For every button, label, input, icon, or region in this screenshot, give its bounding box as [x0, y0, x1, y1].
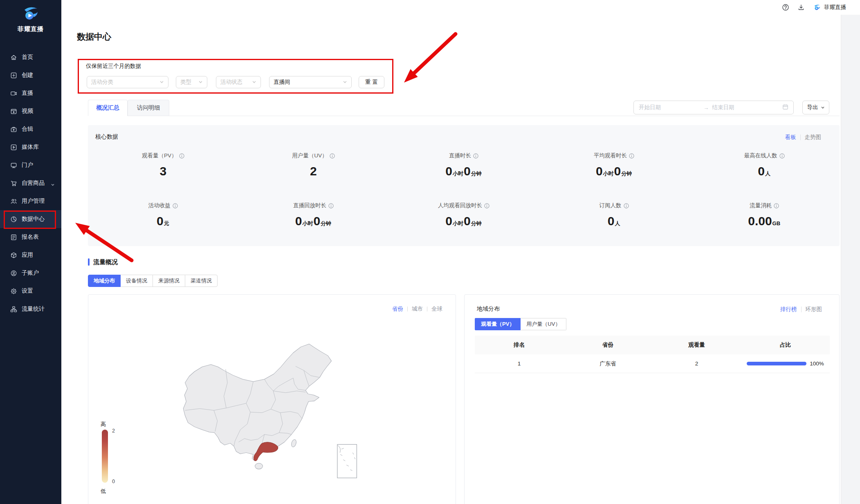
sidebar-item-label: 首页: [22, 54, 33, 61]
select-value: 直播间: [274, 78, 290, 86]
chevron-down-icon: [343, 79, 347, 85]
china-outline: [183, 344, 331, 461]
info-icon[interactable]: [179, 153, 184, 159]
sidebar-item-traffic-stats[interactable]: 流量统计: [0, 300, 61, 318]
tab-source[interactable]: 来源情况: [153, 275, 185, 287]
sidebar-item-apps[interactable]: 应用: [0, 246, 61, 264]
metric-label: 直播回放时长: [293, 202, 326, 209]
sidebar-item-video[interactable]: 视频: [0, 102, 61, 120]
info-icon[interactable]: [330, 153, 335, 159]
divider: [427, 307, 427, 311]
user-management-icon: [10, 198, 17, 205]
tab-region-distribution[interactable]: 地域分布: [88, 275, 121, 287]
sidebar-item-registration-form[interactable]: 报名表: [0, 228, 61, 246]
china-map-card: 省份 城市 全球: [88, 294, 456, 504]
sidebar-item-data-center[interactable]: 数据中心: [0, 210, 61, 228]
col-views: 观看量: [652, 341, 741, 349]
sidebar-item-label: 流量统计: [22, 305, 45, 313]
info-icon[interactable]: [328, 203, 334, 208]
region-distribution-card: 地域分布 排行榜 环形图 观看量（PV） 用户量（UV） 排名 省份 观看量 占…: [464, 294, 840, 504]
traffic-stats-icon: [10, 306, 17, 313]
metric-subscribers: 订阅人数 0人: [539, 202, 689, 228]
metric-traffic-consumption: 流量消耗 0.00GB: [689, 202, 840, 228]
download-icon[interactable]: [797, 4, 805, 11]
video-icon: [10, 108, 17, 115]
sidebar-item-collection[interactable]: 合辑: [0, 120, 61, 138]
shopping-cart-icon: [10, 180, 17, 187]
core-data-title: 核心数据: [95, 133, 118, 141]
type-select[interactable]: 类型: [176, 76, 207, 88]
info-icon[interactable]: [774, 203, 779, 208]
sidebar-item-home[interactable]: 首页: [0, 48, 61, 66]
info-icon[interactable]: [624, 203, 629, 208]
help-icon[interactable]: [782, 4, 789, 11]
tab-device[interactable]: 设备情况: [120, 275, 153, 287]
sidebar-item-create[interactable]: 创建: [0, 66, 61, 84]
select-placeholder: 活动状态: [220, 78, 243, 86]
metric-value: 0元: [88, 214, 238, 228]
sidebar-item-portal[interactable]: 门户: [0, 156, 61, 174]
table-row: 1 广东省 2 100%: [475, 354, 830, 373]
south-china-sea-inset: [337, 444, 357, 478]
col-ratio: 占比: [741, 341, 830, 349]
sidebar-item-live[interactable]: 直播: [0, 84, 61, 102]
tab-visit-detail[interactable]: 访问明细: [128, 100, 169, 116]
metric-label: 平均观看时长: [594, 152, 627, 159]
ratio-value: 100%: [810, 361, 824, 367]
scope-global-link[interactable]: 全球: [431, 305, 442, 313]
app-root: 菲耀直播 首页 创建 直播 视频 合辑: [0, 0, 860, 504]
select-placeholder: 活动分类: [91, 78, 113, 86]
cell-rank: 1: [475, 361, 564, 367]
sidebar-item-label: 直播: [22, 90, 33, 97]
traffic-overview-title: 流量概况: [93, 258, 118, 266]
user-menu[interactable]: 菲耀直播: [813, 4, 846, 11]
metric-replay-duration: 直播回放时长 0小时0分钟: [238, 202, 389, 228]
ratio-progress-bar: [747, 362, 806, 365]
metric-value: 0.00GB: [689, 214, 840, 228]
sidebar-item-media-library[interactable]: 媒体库: [0, 138, 61, 156]
calendar-icon: [782, 104, 788, 111]
china-heatmap[interactable]: [176, 336, 364, 483]
collection-icon: [10, 126, 17, 133]
sidebar-item-settings[interactable]: 设置: [0, 282, 61, 300]
sidebar-item-user-management[interactable]: 用户管理: [0, 192, 61, 210]
info-icon[interactable]: [173, 203, 178, 208]
info-icon[interactable]: [629, 153, 634, 159]
trend-view-link[interactable]: 走势图: [805, 134, 822, 141]
activity-category-select[interactable]: 活动分类: [87, 76, 168, 88]
info-icon[interactable]: [473, 153, 478, 159]
scrollbar-gutter[interactable]: [841, 15, 860, 504]
legend-low-label: 低: [101, 488, 106, 495]
scope-city-link[interactable]: 城市: [412, 305, 423, 313]
end-date-input[interactable]: 结束日期: [712, 104, 779, 111]
data-center-pie-icon: [10, 216, 17, 223]
home-icon: [10, 54, 17, 61]
traffic-tabs: 地域分布 设备情况 来源情况 渠道情况: [88, 275, 218, 287]
activity-status-select[interactable]: 活动状态: [216, 76, 261, 88]
tab-users-uv[interactable]: 用户量（UV）: [521, 318, 566, 330]
info-icon[interactable]: [484, 203, 490, 208]
scope-province-link[interactable]: 省份: [392, 305, 403, 313]
divider: [407, 307, 408, 311]
metric-uv: 用户量（UV） 2: [238, 152, 389, 178]
donut-view-link[interactable]: 环形图: [806, 306, 822, 313]
start-date-input[interactable]: 开始日期: [639, 104, 700, 111]
sidebar-item-label: 设置: [22, 287, 33, 295]
board-view-link[interactable]: 看板: [785, 134, 796, 141]
live-room-select[interactable]: 直播间: [269, 76, 352, 88]
metric-live-duration: 直播时长 0小时0分钟: [388, 152, 539, 178]
tab-channel[interactable]: 渠道情况: [185, 275, 218, 287]
rank-view-link[interactable]: 排行榜: [780, 306, 797, 313]
sidebar-item-label: 创建: [22, 72, 33, 79]
date-range-picker[interactable]: 开始日期 → 结束日期: [633, 101, 794, 114]
metric-label: 流量消耗: [750, 202, 772, 209]
metric-activity-revenue: 活动收益 0元: [88, 202, 238, 228]
legend-high-label: 高: [101, 421, 106, 428]
tab-overview-summary[interactable]: 概况汇总: [88, 100, 128, 116]
sidebar-item-shop[interactable]: 自营商品: [0, 174, 61, 192]
tab-views-pv[interactable]: 观看量（PV）: [475, 318, 521, 330]
sidebar-item-subaccount[interactable]: 子账户: [0, 264, 61, 282]
info-icon[interactable]: [779, 153, 785, 159]
reset-button[interactable]: 重 置: [359, 76, 384, 88]
export-button[interactable]: 导出: [802, 101, 829, 114]
